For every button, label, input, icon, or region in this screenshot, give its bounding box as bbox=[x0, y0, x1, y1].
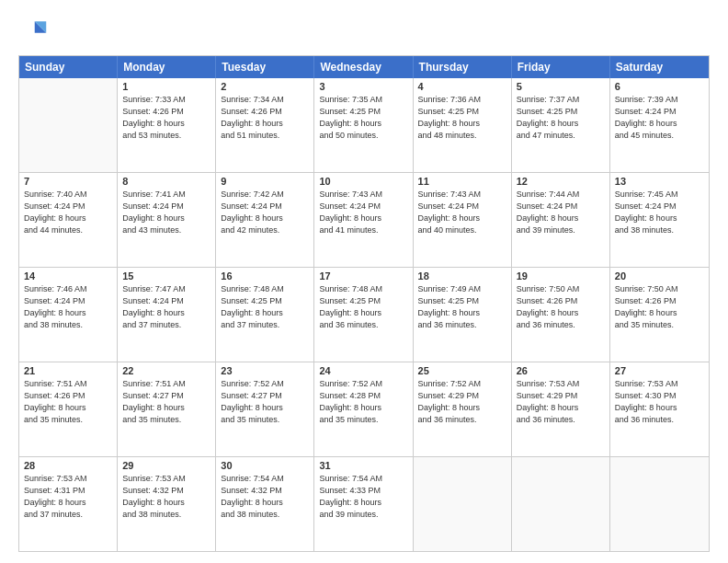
day-info: Sunrise: 7:52 AM Sunset: 4:28 PM Dayligh… bbox=[319, 378, 407, 426]
day-info: Sunrise: 7:53 AM Sunset: 4:29 PM Dayligh… bbox=[517, 378, 605, 426]
header-day-monday: Monday bbox=[118, 56, 216, 78]
day-number: 23 bbox=[221, 365, 309, 376]
calendar-week-1: 1Sunrise: 7:33 AM Sunset: 4:26 PM Daylig… bbox=[19, 78, 709, 173]
calendar-cell: 4Sunrise: 7:36 AM Sunset: 4:25 PM Daylig… bbox=[414, 78, 512, 172]
day-number: 11 bbox=[418, 176, 506, 187]
day-info: Sunrise: 7:54 AM Sunset: 4:32 PM Dayligh… bbox=[221, 473, 309, 521]
day-info: Sunrise: 7:35 AM Sunset: 4:25 PM Dayligh… bbox=[319, 94, 407, 142]
day-number: 21 bbox=[24, 365, 112, 376]
day-number: 20 bbox=[615, 270, 704, 282]
calendar-cell: 27Sunrise: 7:53 AM Sunset: 4:30 PM Dayli… bbox=[610, 362, 709, 456]
day-info: Sunrise: 7:53 AM Sunset: 4:30 PM Dayligh… bbox=[615, 378, 704, 426]
calendar-cell: 29Sunrise: 7:53 AM Sunset: 4:32 PM Dayli… bbox=[118, 457, 216, 551]
day-info: Sunrise: 7:50 AM Sunset: 4:26 PM Dayligh… bbox=[517, 283, 605, 331]
day-number: 27 bbox=[615, 365, 704, 376]
calendar-cell: 8Sunrise: 7:41 AM Sunset: 4:24 PM Daylig… bbox=[118, 173, 216, 267]
calendar-cell: 11Sunrise: 7:43 AM Sunset: 4:24 PM Dayli… bbox=[414, 173, 512, 267]
day-number: 5 bbox=[517, 81, 605, 92]
calendar-cell: 31Sunrise: 7:54 AM Sunset: 4:33 PM Dayli… bbox=[314, 457, 413, 551]
day-number: 3 bbox=[319, 81, 407, 92]
day-info: Sunrise: 7:46 AM Sunset: 4:24 PM Dayligh… bbox=[24, 283, 112, 331]
day-number: 8 bbox=[122, 176, 210, 187]
day-info: Sunrise: 7:47 AM Sunset: 4:24 PM Dayligh… bbox=[122, 283, 210, 331]
header-day-wednesday: Wednesday bbox=[314, 56, 413, 78]
header bbox=[18, 17, 710, 46]
day-number: 9 bbox=[221, 176, 309, 187]
calendar-cell: 15Sunrise: 7:47 AM Sunset: 4:24 PM Dayli… bbox=[118, 268, 216, 362]
day-number: 17 bbox=[319, 270, 407, 282]
calendar-cell: 14Sunrise: 7:46 AM Sunset: 4:24 PM Dayli… bbox=[19, 268, 118, 362]
day-number: 14 bbox=[24, 270, 112, 282]
calendar-cell: 18Sunrise: 7:49 AM Sunset: 4:25 PM Dayli… bbox=[414, 268, 512, 362]
day-info: Sunrise: 7:53 AM Sunset: 4:31 PM Dayligh… bbox=[24, 473, 112, 521]
day-info: Sunrise: 7:43 AM Sunset: 4:24 PM Dayligh… bbox=[319, 189, 407, 236]
calendar-cell: 26Sunrise: 7:53 AM Sunset: 4:29 PM Dayli… bbox=[512, 362, 610, 456]
day-info: Sunrise: 7:43 AM Sunset: 4:24 PM Dayligh… bbox=[418, 189, 506, 236]
day-info: Sunrise: 7:44 AM Sunset: 4:24 PM Dayligh… bbox=[517, 189, 605, 236]
calendar-cell bbox=[414, 457, 512, 551]
day-info: Sunrise: 7:34 AM Sunset: 4:26 PM Dayligh… bbox=[221, 94, 309, 142]
day-number: 15 bbox=[122, 270, 210, 282]
header-day-sunday: Sunday bbox=[19, 56, 118, 78]
calendar-cell: 30Sunrise: 7:54 AM Sunset: 4:32 PM Dayli… bbox=[216, 457, 314, 551]
calendar-cell: 24Sunrise: 7:52 AM Sunset: 4:28 PM Dayli… bbox=[314, 362, 413, 456]
day-info: Sunrise: 7:54 AM Sunset: 4:33 PM Dayligh… bbox=[319, 473, 407, 521]
day-number: 25 bbox=[418, 365, 506, 376]
day-number: 2 bbox=[221, 81, 309, 92]
day-info: Sunrise: 7:48 AM Sunset: 4:25 PM Dayligh… bbox=[221, 283, 309, 331]
calendar-cell: 6Sunrise: 7:39 AM Sunset: 4:24 PM Daylig… bbox=[610, 78, 709, 172]
day-info: Sunrise: 7:41 AM Sunset: 4:24 PM Dayligh… bbox=[122, 189, 210, 236]
day-number: 26 bbox=[517, 365, 605, 376]
day-number: 12 bbox=[517, 176, 605, 187]
calendar-body: 1Sunrise: 7:33 AM Sunset: 4:26 PM Daylig… bbox=[19, 78, 709, 551]
day-number: 1 bbox=[122, 81, 210, 92]
day-info: Sunrise: 7:33 AM Sunset: 4:26 PM Dayligh… bbox=[122, 94, 210, 142]
logo-icon bbox=[18, 17, 48, 46]
day-number: 13 bbox=[615, 176, 704, 187]
header-day-thursday: Thursday bbox=[414, 56, 512, 78]
calendar-cell: 13Sunrise: 7:45 AM Sunset: 4:24 PM Dayli… bbox=[610, 173, 709, 267]
day-number: 4 bbox=[418, 81, 506, 92]
calendar-cell: 1Sunrise: 7:33 AM Sunset: 4:26 PM Daylig… bbox=[118, 78, 216, 172]
calendar-cell: 28Sunrise: 7:53 AM Sunset: 4:31 PM Dayli… bbox=[19, 457, 118, 551]
calendar-cell: 9Sunrise: 7:42 AM Sunset: 4:24 PM Daylig… bbox=[216, 173, 314, 267]
page: SundayMondayTuesdayWednesdayThursdayFrid… bbox=[0, 0, 728, 563]
day-number: 29 bbox=[122, 460, 210, 471]
day-info: Sunrise: 7:40 AM Sunset: 4:24 PM Dayligh… bbox=[24, 189, 112, 236]
day-info: Sunrise: 7:45 AM Sunset: 4:24 PM Dayligh… bbox=[615, 189, 704, 236]
day-number: 24 bbox=[319, 365, 407, 376]
day-info: Sunrise: 7:52 AM Sunset: 4:29 PM Dayligh… bbox=[418, 378, 506, 426]
day-info: Sunrise: 7:36 AM Sunset: 4:25 PM Dayligh… bbox=[418, 94, 506, 142]
header-day-friday: Friday bbox=[512, 56, 610, 78]
day-number: 19 bbox=[517, 270, 605, 282]
calendar-week-5: 28Sunrise: 7:53 AM Sunset: 4:31 PM Dayli… bbox=[19, 457, 709, 551]
calendar-header: SundayMondayTuesdayWednesdayThursdayFrid… bbox=[19, 56, 709, 78]
day-number: 31 bbox=[319, 460, 407, 471]
day-info: Sunrise: 7:48 AM Sunset: 4:25 PM Dayligh… bbox=[319, 283, 407, 331]
day-info: Sunrise: 7:49 AM Sunset: 4:25 PM Dayligh… bbox=[418, 283, 506, 331]
day-info: Sunrise: 7:50 AM Sunset: 4:26 PM Dayligh… bbox=[615, 283, 704, 331]
calendar: SundayMondayTuesdayWednesdayThursdayFrid… bbox=[18, 55, 710, 552]
day-info: Sunrise: 7:51 AM Sunset: 4:27 PM Dayligh… bbox=[122, 378, 210, 426]
calendar-week-2: 7Sunrise: 7:40 AM Sunset: 4:24 PM Daylig… bbox=[19, 173, 709, 268]
day-number: 22 bbox=[122, 365, 210, 376]
day-info: Sunrise: 7:52 AM Sunset: 4:27 PM Dayligh… bbox=[221, 378, 309, 426]
calendar-cell: 10Sunrise: 7:43 AM Sunset: 4:24 PM Dayli… bbox=[314, 173, 413, 267]
calendar-cell: 19Sunrise: 7:50 AM Sunset: 4:26 PM Dayli… bbox=[512, 268, 610, 362]
calendar-cell: 20Sunrise: 7:50 AM Sunset: 4:26 PM Dayli… bbox=[610, 268, 709, 362]
day-number: 16 bbox=[221, 270, 309, 282]
calendar-cell bbox=[19, 78, 118, 172]
day-info: Sunrise: 7:53 AM Sunset: 4:32 PM Dayligh… bbox=[122, 473, 210, 521]
logo bbox=[18, 17, 53, 46]
calendar-cell bbox=[610, 457, 709, 551]
header-day-saturday: Saturday bbox=[610, 56, 709, 78]
calendar-cell: 25Sunrise: 7:52 AM Sunset: 4:29 PM Dayli… bbox=[414, 362, 512, 456]
day-number: 10 bbox=[319, 176, 407, 187]
calendar-cell: 22Sunrise: 7:51 AM Sunset: 4:27 PM Dayli… bbox=[118, 362, 216, 456]
day-info: Sunrise: 7:42 AM Sunset: 4:24 PM Dayligh… bbox=[221, 189, 309, 236]
calendar-cell: 16Sunrise: 7:48 AM Sunset: 4:25 PM Dayli… bbox=[216, 268, 314, 362]
day-info: Sunrise: 7:51 AM Sunset: 4:26 PM Dayligh… bbox=[24, 378, 112, 426]
day-info: Sunrise: 7:37 AM Sunset: 4:25 PM Dayligh… bbox=[517, 94, 605, 142]
header-day-tuesday: Tuesday bbox=[216, 56, 314, 78]
day-number: 30 bbox=[221, 460, 309, 471]
